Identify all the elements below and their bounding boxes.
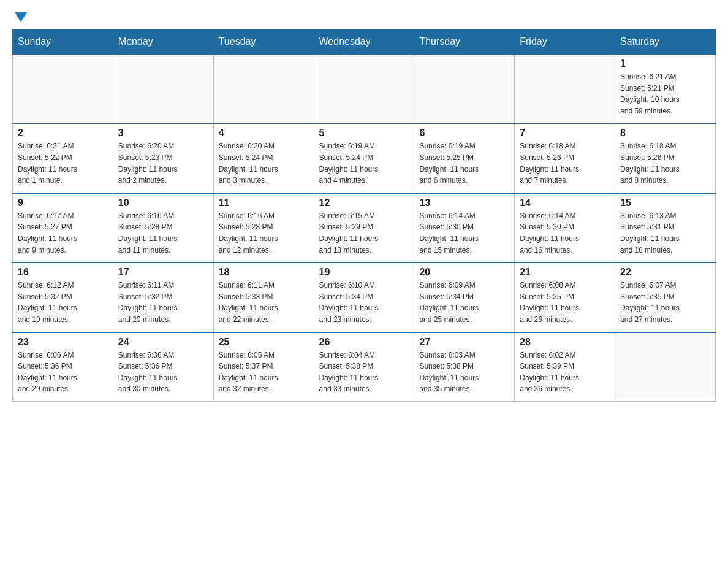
day-number: 19 (319, 267, 409, 278)
day-info: Sunrise: 6:20 AM Sunset: 5:23 PM Dayligh… (118, 140, 208, 186)
week-row-2: 2Sunrise: 6:21 AM Sunset: 5:22 PM Daylig… (13, 123, 716, 193)
calendar-cell-1-6: 8Sunrise: 6:18 AM Sunset: 5:26 PM Daylig… (615, 123, 716, 193)
calendar-cell-4-1: 24Sunrise: 6:06 AM Sunset: 5:36 PM Dayli… (113, 332, 213, 402)
calendar-cell-2-2: 11Sunrise: 6:16 AM Sunset: 5:28 PM Dayli… (213, 193, 314, 262)
calendar-cell-1-0: 2Sunrise: 6:21 AM Sunset: 5:22 PM Daylig… (13, 123, 113, 193)
calendar-cell-4-4: 27Sunrise: 6:03 AM Sunset: 5:38 PM Dayli… (414, 332, 515, 402)
day-info: Sunrise: 6:19 AM Sunset: 5:25 PM Dayligh… (419, 140, 509, 186)
day-number: 2 (18, 128, 108, 139)
calendar-cell-3-6: 22Sunrise: 6:07 AM Sunset: 5:35 PM Dayli… (615, 262, 716, 332)
calendar-cell-3-2: 18Sunrise: 6:11 AM Sunset: 5:33 PM Dayli… (213, 262, 314, 332)
day-number: 20 (419, 267, 509, 278)
day-info: Sunrise: 6:16 AM Sunset: 5:28 PM Dayligh… (219, 210, 309, 256)
page-header (12, 12, 716, 20)
day-info: Sunrise: 6:06 AM Sunset: 5:36 PM Dayligh… (118, 350, 208, 395)
calendar-cell-2-3: 12Sunrise: 6:15 AM Sunset: 5:29 PM Dayli… (314, 193, 414, 262)
day-info: Sunrise: 6:11 AM Sunset: 5:33 PM Dayligh… (219, 280, 309, 325)
week-row-3: 9Sunrise: 6:17 AM Sunset: 5:27 PM Daylig… (13, 193, 716, 262)
day-number: 28 (520, 337, 610, 348)
day-number: 1 (620, 58, 710, 69)
day-number: 7 (520, 128, 610, 139)
week-row-4: 16Sunrise: 6:12 AM Sunset: 5:32 PM Dayli… (13, 262, 716, 332)
header-thursday: Thursday (414, 30, 515, 55)
day-info: Sunrise: 6:05 AM Sunset: 5:37 PM Dayligh… (219, 350, 309, 395)
day-info: Sunrise: 6:12 AM Sunset: 5:32 PM Dayligh… (18, 280, 108, 325)
day-info: Sunrise: 6:18 AM Sunset: 5:26 PM Dayligh… (520, 140, 610, 186)
header-sunday: Sunday (13, 30, 113, 55)
day-number: 9 (18, 197, 108, 209)
calendar-cell-1-4: 6Sunrise: 6:19 AM Sunset: 5:25 PM Daylig… (414, 123, 515, 193)
calendar-cell-0-4 (414, 54, 515, 123)
day-number: 5 (319, 128, 409, 139)
day-number: 12 (319, 197, 409, 209)
calendar-cell-1-1: 3Sunrise: 6:20 AM Sunset: 5:23 PM Daylig… (113, 123, 213, 193)
header-wednesday: Wednesday (314, 30, 414, 55)
day-info: Sunrise: 6:14 AM Sunset: 5:30 PM Dayligh… (419, 210, 509, 256)
week-row-1: 1Sunrise: 6:21 AM Sunset: 5:21 PM Daylig… (13, 54, 716, 123)
calendar-cell-2-4: 13Sunrise: 6:14 AM Sunset: 5:30 PM Dayli… (414, 193, 515, 262)
header-monday: Monday (113, 30, 213, 55)
calendar-cell-0-6: 1Sunrise: 6:21 AM Sunset: 5:21 PM Daylig… (615, 54, 716, 123)
calendar-cell-3-3: 19Sunrise: 6:10 AM Sunset: 5:34 PM Dayli… (314, 262, 414, 332)
day-number: 10 (118, 197, 208, 209)
calendar-cell-3-4: 20Sunrise: 6:09 AM Sunset: 5:34 PM Dayli… (414, 262, 515, 332)
calendar-cell-0-3 (314, 54, 414, 123)
day-number: 4 (219, 128, 309, 139)
calendar-cell-2-0: 9Sunrise: 6:17 AM Sunset: 5:27 PM Daylig… (13, 193, 113, 262)
day-number: 27 (419, 337, 509, 348)
day-number: 11 (219, 197, 309, 209)
calendar-cell-3-0: 16Sunrise: 6:12 AM Sunset: 5:32 PM Dayli… (13, 262, 113, 332)
day-number: 17 (118, 267, 208, 278)
day-number: 26 (319, 337, 409, 348)
calendar-cell-1-3: 5Sunrise: 6:19 AM Sunset: 5:24 PM Daylig… (314, 123, 414, 193)
day-info: Sunrise: 6:13 AM Sunset: 5:31 PM Dayligh… (620, 210, 710, 256)
calendar-cell-1-2: 4Sunrise: 6:20 AM Sunset: 5:24 PM Daylig… (213, 123, 314, 193)
day-number: 15 (620, 197, 710, 209)
calendar-table: Sunday Monday Tuesday Wednesday Thursday… (12, 29, 716, 402)
calendar-cell-4-3: 26Sunrise: 6:04 AM Sunset: 5:38 PM Dayli… (314, 332, 414, 402)
calendar-cell-3-5: 21Sunrise: 6:08 AM Sunset: 5:35 PM Dayli… (515, 262, 615, 332)
calendar-cell-0-0 (13, 54, 113, 123)
logo (12, 12, 27, 20)
day-number: 21 (520, 267, 610, 278)
day-number: 24 (118, 337, 208, 348)
day-info: Sunrise: 6:16 AM Sunset: 5:28 PM Dayligh… (118, 210, 208, 256)
day-number: 6 (419, 128, 509, 139)
day-info: Sunrise: 6:21 AM Sunset: 5:21 PM Dayligh… (620, 71, 710, 117)
header-tuesday: Tuesday (213, 30, 314, 55)
week-row-5: 23Sunrise: 6:06 AM Sunset: 5:36 PM Dayli… (13, 332, 716, 402)
calendar-cell-2-6: 15Sunrise: 6:13 AM Sunset: 5:31 PM Dayli… (615, 193, 716, 262)
day-info: Sunrise: 6:19 AM Sunset: 5:24 PM Dayligh… (319, 140, 409, 186)
calendar-cell-4-2: 25Sunrise: 6:05 AM Sunset: 5:37 PM Dayli… (213, 332, 314, 402)
day-number: 25 (219, 337, 309, 348)
day-info: Sunrise: 6:06 AM Sunset: 5:36 PM Dayligh… (18, 350, 108, 395)
day-number: 22 (620, 267, 710, 278)
calendar-cell-0-2 (213, 54, 314, 123)
day-info: Sunrise: 6:20 AM Sunset: 5:24 PM Dayligh… (219, 140, 309, 186)
header-saturday: Saturday (615, 30, 716, 55)
day-info: Sunrise: 6:21 AM Sunset: 5:22 PM Dayligh… (18, 140, 108, 186)
calendar-cell-4-6 (615, 332, 716, 402)
calendar-cell-3-1: 17Sunrise: 6:11 AM Sunset: 5:32 PM Dayli… (113, 262, 213, 332)
header-friday: Friday (515, 30, 615, 55)
day-number: 16 (18, 267, 108, 278)
calendar-cell-2-1: 10Sunrise: 6:16 AM Sunset: 5:28 PM Dayli… (113, 193, 213, 262)
day-info: Sunrise: 6:09 AM Sunset: 5:34 PM Dayligh… (419, 280, 509, 325)
weekday-header-row: Sunday Monday Tuesday Wednesday Thursday… (13, 30, 716, 55)
day-info: Sunrise: 6:17 AM Sunset: 5:27 PM Dayligh… (18, 210, 108, 256)
logo-triangle-icon (15, 12, 27, 22)
day-info: Sunrise: 6:04 AM Sunset: 5:38 PM Dayligh… (319, 350, 409, 395)
day-number: 13 (419, 197, 509, 209)
day-info: Sunrise: 6:18 AM Sunset: 5:26 PM Dayligh… (620, 140, 710, 186)
day-info: Sunrise: 6:02 AM Sunset: 5:39 PM Dayligh… (520, 350, 610, 395)
day-info: Sunrise: 6:03 AM Sunset: 5:38 PM Dayligh… (419, 350, 509, 395)
calendar-cell-1-5: 7Sunrise: 6:18 AM Sunset: 5:26 PM Daylig… (515, 123, 615, 193)
day-info: Sunrise: 6:14 AM Sunset: 5:30 PM Dayligh… (520, 210, 610, 256)
day-number: 3 (118, 128, 208, 139)
day-number: 14 (520, 197, 610, 209)
day-info: Sunrise: 6:15 AM Sunset: 5:29 PM Dayligh… (319, 210, 409, 256)
day-info: Sunrise: 6:10 AM Sunset: 5:34 PM Dayligh… (319, 280, 409, 325)
calendar-cell-2-5: 14Sunrise: 6:14 AM Sunset: 5:30 PM Dayli… (515, 193, 615, 262)
day-number: 18 (219, 267, 309, 278)
day-info: Sunrise: 6:08 AM Sunset: 5:35 PM Dayligh… (520, 280, 610, 325)
